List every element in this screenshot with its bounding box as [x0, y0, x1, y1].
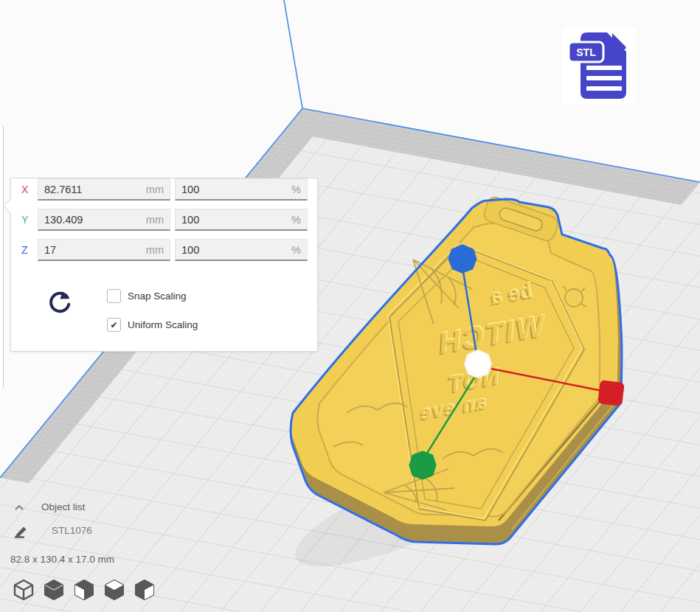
cube-right-face-icon — [133, 578, 156, 602]
view-button-3d[interactable] — [12, 578, 35, 602]
scale-row-y: Y 130.409 mm 100 % — [21, 209, 317, 231]
pencil-icon — [13, 522, 32, 538]
axis-x-label: X — [21, 184, 38, 195]
scale-z-value: 17 — [44, 244, 56, 256]
object-list-item[interactable]: STL1076 — [13, 522, 92, 538]
scale-x-mm-input[interactable]: 82.7611 mm — [38, 178, 170, 201]
scale-z-mm-input[interactable]: 17 mm — [38, 239, 170, 261]
uniform-scaling-label: Uniform Scaling — [128, 319, 198, 330]
scale-row-x: X 82.7611 mm 100 % — [21, 178, 317, 201]
axis-z-label: Z — [21, 244, 38, 256]
scale-x-value: 82.7611 — [44, 184, 82, 195]
scale-z-percent-unit: % — [291, 244, 301, 256]
scale-z-percent: 100 — [181, 244, 199, 256]
application-window: be a be a be a WITCH WITCH WITCH NOT NOT… — [0, 0, 700, 612]
scale-tool-panel: X 82.7611 mm 100 % Y 130.409 mm 100 % Z — [10, 178, 318, 352]
scale-handle-x[interactable] — [597, 380, 625, 406]
view-button-top[interactable] — [72, 578, 96, 602]
scale-row-z: Z 17 mm 100 % — [21, 239, 317, 261]
scale-handle-y[interactable] — [410, 452, 435, 479]
cube-outline-icon — [12, 578, 35, 602]
chevron-up-icon — [13, 504, 25, 511]
scale-y-percent-input[interactable]: 100 % — [175, 209, 308, 231]
view-button-right[interactable] — [133, 578, 156, 602]
stl-file-badge: STL — [563, 28, 636, 104]
snap-scaling-checkbox[interactable] — [107, 289, 121, 303]
stl-badge-label: STL — [576, 46, 596, 58]
snap-scaling-row: Snap Scaling — [107, 289, 198, 303]
reset-icon — [45, 288, 74, 317]
scale-y-mm-input[interactable]: 130.409 mm — [38, 209, 170, 231]
cube-solid-icon — [42, 578, 66, 602]
model-dimensions: 82.8 x 130.4 x 17.0 mm — [10, 554, 114, 565]
uniform-check-glyph: ✔ — [110, 321, 117, 330]
scale-y-value: 130.409 — [44, 214, 83, 226]
scale-x-percent: 100 — [181, 184, 199, 195]
object-list-title: Object list — [41, 501, 85, 512]
reset-scale-button[interactable] — [45, 288, 74, 317]
scale-handle-z[interactable] — [449, 246, 476, 272]
snap-scaling-label: Snap Scaling — [128, 291, 187, 302]
uniform-scaling-row: ✔ Uniform Scaling — [107, 318, 198, 332]
scale-x-unit: mm — [146, 184, 164, 195]
view-button-left[interactable] — [103, 578, 126, 602]
scale-y-percent: 100 — [181, 214, 199, 226]
scale-y-unit: mm — [146, 214, 164, 226]
toolbar-edge — [0, 125, 4, 389]
axis-y-label: Y — [21, 214, 38, 226]
scale-z-percent-input[interactable]: 100 % — [175, 239, 308, 261]
view-button-front[interactable] — [42, 578, 66, 602]
object-list-header[interactable]: Object list — [10, 501, 85, 512]
cube-front-face-icon — [72, 578, 96, 602]
uniform-scaling-checkbox[interactable]: ✔ — [107, 318, 121, 332]
view-orientation-bar — [12, 578, 156, 602]
scale-z-unit: mm — [146, 244, 164, 256]
scale-x-percent-input[interactable]: 100 % — [175, 178, 308, 201]
scale-handle-center[interactable] — [465, 350, 491, 378]
object-list-item-name: STL1076 — [52, 525, 92, 536]
scale-y-percent-unit: % — [291, 214, 301, 226]
scale-x-percent-unit: % — [291, 184, 301, 195]
cube-top-face-icon — [103, 578, 126, 602]
